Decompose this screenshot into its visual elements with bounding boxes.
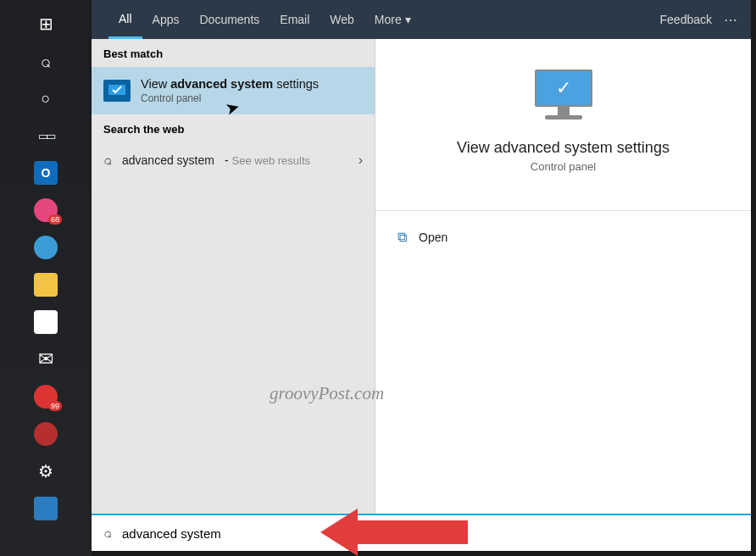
- badge-count: 99: [48, 401, 62, 411]
- windows-icon: ⊞: [39, 14, 53, 34]
- preview-subtitle: Control panel: [392, 160, 734, 173]
- results-area: Best match View advanced system settings…: [92, 39, 751, 514]
- preview-header: ✓ View advanced system settings Control …: [375, 39, 751, 190]
- file-explorer-button[interactable]: [27, 270, 64, 300]
- results-list: Best match View advanced system settings…: [92, 39, 375, 514]
- cc-icon: [34, 422, 58, 446]
- search-icon: ⌕: [41, 52, 51, 71]
- outlook-icon: O: [34, 161, 58, 185]
- preview-actions: ⧉ Open: [375, 211, 751, 264]
- cortana-button[interactable]: ○: [27, 83, 64, 114]
- task-view-icon: ▭▭: [38, 130, 53, 142]
- outlook-button[interactable]: O: [27, 158, 64, 188]
- mail-button[interactable]: ✉: [27, 344, 64, 375]
- edge-icon: [34, 236, 58, 259]
- start-button[interactable]: ⊞: [27, 8, 64, 39]
- best-match-title: View advanced system settings: [141, 77, 319, 91]
- tab-documents[interactable]: Documents: [189, 0, 270, 39]
- web-search-result[interactable]: ⌕ advanced system - See web results ›: [92, 142, 375, 178]
- search-panel: All Apps Documents Email Web More ▾ Feed…: [92, 0, 751, 551]
- control-panel-icon: [103, 80, 131, 102]
- mail-icon: ✉: [38, 348, 53, 370]
- search-input-bar: ⌕: [92, 514, 751, 551]
- taskbar: ⊞ ⌕ ○ ▭▭ O 68 ✉ 99 ⚙: [0, 0, 92, 556]
- open-label: Open: [419, 231, 447, 244]
- search-web-header: Search the web: [92, 114, 375, 142]
- search-icon: ⌕: [103, 525, 112, 541]
- open-icon: ⧉: [397, 230, 407, 245]
- preview-title: View advanced system settings: [392, 139, 734, 157]
- pinned-app-blue[interactable]: [27, 493, 64, 524]
- creative-cloud-button[interactable]: [27, 419, 64, 449]
- pinned-app-pink[interactable]: 68: [27, 195, 64, 225]
- search-filter-tabs: All Apps Documents Email Web More ▾ Feed…: [92, 0, 751, 39]
- chevron-right-icon: ›: [359, 153, 363, 168]
- web-query-text: advanced system: [122, 153, 214, 167]
- store-icon: [34, 310, 58, 334]
- best-match-text: View advanced system settings Control pa…: [141, 77, 319, 104]
- app-icon: [34, 497, 58, 520]
- tab-more[interactable]: More ▾: [364, 0, 421, 39]
- gear-icon: ⚙: [38, 461, 53, 481]
- open-action[interactable]: ⧉ Open: [397, 230, 729, 245]
- web-hint-text: - See web results: [225, 153, 310, 167]
- circle-icon: ○: [42, 90, 51, 108]
- edge-dev-button[interactable]: [27, 232, 64, 263]
- tab-apps[interactable]: Apps: [142, 0, 190, 39]
- opera-button[interactable]: 99: [27, 381, 64, 412]
- tab-web[interactable]: Web: [320, 0, 364, 39]
- task-view-button[interactable]: ▭▭: [27, 120, 64, 151]
- result-preview-pane: ✓ View advanced system settings Control …: [375, 39, 751, 514]
- search-input[interactable]: [122, 526, 739, 541]
- search-icon: ⌕: [103, 153, 112, 168]
- best-match-subtitle: Control panel: [141, 92, 319, 104]
- feedback-link[interactable]: Feedback: [660, 13, 712, 26]
- taskbar-search-button[interactable]: ⌕: [27, 46, 64, 76]
- watermark-text: groovyPost.com: [270, 383, 384, 404]
- best-match-result[interactable]: View advanced system settings Control pa…: [92, 67, 375, 114]
- tab-all[interactable]: All: [108, 0, 142, 39]
- badge-count: 68: [48, 214, 62, 225]
- more-options-button[interactable]: ⋯: [724, 12, 739, 28]
- store-button[interactable]: [27, 307, 64, 337]
- folder-icon: [34, 273, 58, 297]
- settings-button[interactable]: ⚙: [27, 456, 64, 486]
- monitor-icon: ✓: [525, 70, 603, 127]
- best-match-header: Best match: [92, 39, 375, 67]
- tab-email[interactable]: Email: [270, 0, 320, 39]
